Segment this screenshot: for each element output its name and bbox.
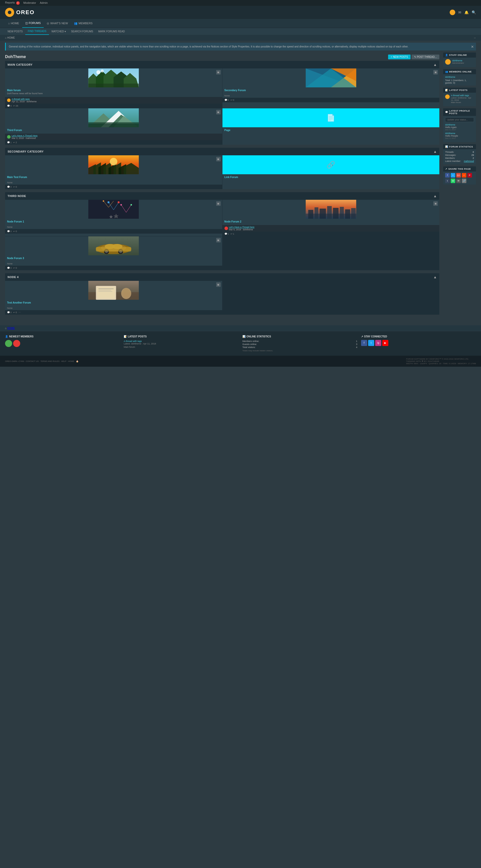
status-input[interactable] xyxy=(445,118,474,122)
extra-stat-ta: ⋯ xyxy=(19,311,21,314)
category-node4-toggle[interactable]: ▲ xyxy=(433,275,437,279)
svg-rect-31 xyxy=(88,200,139,219)
svg-point-38 xyxy=(103,200,104,202)
forum-card-info-page: Page xyxy=(222,127,440,133)
notice-close[interactable]: ✕ xyxy=(471,44,474,50)
nav-home[interactable]: ⌂ HOME xyxy=(5,19,22,27)
forum-latest-text-third: Let's Have A Thread Here Mar 3, 2018 · m… xyxy=(11,134,38,140)
reddit-share[interactable]: r xyxy=(462,173,467,178)
whatsapp-share[interactable]: W xyxy=(451,179,455,183)
members-online-content: dohtheme Total: 1 (members: 1, guests: 0… xyxy=(443,74,476,86)
forum-image-forest xyxy=(5,68,222,87)
breadcrumb-home[interactable]: HOME xyxy=(7,36,15,39)
category-node4-header[interactable]: NODE 4 ▲ xyxy=(5,273,439,281)
category-third-node-header[interactable]: THIRD NODE ▲ xyxy=(5,192,439,200)
profile-post-user-2[interactable]: dohtheme xyxy=(445,132,474,134)
subnav-watched[interactable]: WATCHED ▾ xyxy=(49,28,68,35)
forum-card-main-forum: ▣ Main forum xyxy=(5,68,222,108)
post-thread-button[interactable]: ✎ POST THREAD... xyxy=(412,55,439,59)
latest-thread-link-third[interactable]: Let's Have A Thread Here xyxy=(11,134,38,137)
forum-name-node3[interactable]: Node Forum 3 xyxy=(7,257,220,259)
forum-name-node2[interactable]: Node Forum 2 xyxy=(224,220,438,223)
profile-post-user-1[interactable]: dohtheme xyxy=(445,124,474,126)
member-icon: 👤 xyxy=(5,335,8,338)
footer-ig[interactable]: ig xyxy=(375,340,381,346)
footer-home-link[interactable]: HOME xyxy=(7,327,15,330)
subnav-mark-read[interactable]: MARK FORUMS READ xyxy=(96,28,128,35)
latest-member-link[interactable]: mahmoud xyxy=(464,160,474,162)
latest-post-title[interactable]: A thread with tags xyxy=(451,94,474,97)
forum-avatar-main xyxy=(7,98,10,102)
logo[interactable]: OREO xyxy=(5,8,35,17)
replies-stat-n3: ↩ 0 xyxy=(13,267,17,269)
forum-latest-text-node2: Let's Have a Thread here Mar 6, 2018 · d… xyxy=(229,226,255,231)
search-icon[interactable]: 🔍 xyxy=(472,10,476,14)
link-share[interactable]: 🔗 xyxy=(462,179,467,183)
tumblr-share[interactable]: t xyxy=(445,179,450,183)
subnav-new-posts[interactable]: NEW POSTS xyxy=(5,28,25,35)
notifications-icon[interactable]: ✉ xyxy=(458,10,461,14)
footer-contact[interactable]: CONTACT US xyxy=(26,360,39,363)
nav-forums[interactable]: ◫ FORUMS xyxy=(22,19,44,28)
forum-name-secondary[interactable]: Secondary Forum xyxy=(224,89,438,92)
members-online-stat: Members online: 1 xyxy=(243,340,357,342)
pinterest-share[interactable]: P xyxy=(468,173,472,178)
subnav-search-forums[interactable]: SEARCH FORUMS xyxy=(68,28,96,35)
admin-link[interactable]: Admin xyxy=(40,1,48,4)
nav-members[interactable]: 👥 MEMBERS xyxy=(71,19,96,28)
footer-fb[interactable]: f xyxy=(361,340,367,346)
forum-name-third[interactable]: Third Forum xyxy=(7,129,220,131)
facebook-share[interactable]: f xyxy=(445,173,450,178)
forum-name-page[interactable]: Page xyxy=(224,129,438,131)
latest-posts-title: 📝 LATEST POSTS xyxy=(443,88,476,93)
category-secondary-toggle[interactable]: ▲ xyxy=(433,150,437,154)
reports-link[interactable]: Reports 0 xyxy=(5,1,20,5)
forum-new-icon-2: ▣ xyxy=(433,70,438,74)
email-share[interactable]: ✉ xyxy=(456,179,461,183)
staff-role: Administrator xyxy=(452,62,464,64)
footer-tw[interactable]: t xyxy=(368,340,374,346)
twitter-share[interactable]: t xyxy=(451,173,455,178)
latest-thread-link-node2[interactable]: Let's Have a Thread here xyxy=(229,226,255,228)
sidebar: 👤 STAFF ONLINE dohtheme Administrator 👥 … xyxy=(443,53,476,318)
forum-new-icon-6: ▣ xyxy=(216,201,221,206)
category-third-node-toggle[interactable]: ▲ xyxy=(433,194,437,198)
svg-point-8 xyxy=(101,69,104,72)
footer-home[interactable]: HOME xyxy=(68,360,74,363)
category-main-header[interactable]: MAIN CATEGORY ▲ xyxy=(5,61,439,68)
forum-name-main[interactable]: Main forum xyxy=(7,89,220,92)
top-bar: Reports 0 Moderator Admin xyxy=(0,0,481,6)
category-main-toggle[interactable]: ▲ xyxy=(433,63,437,67)
online-member-name[interactable]: dohtheme xyxy=(445,76,474,78)
threads-val: 8 xyxy=(473,151,474,153)
footer-terms[interactable]: TERMS AND RULES xyxy=(40,360,60,363)
logo-icon xyxy=(5,8,14,17)
new-icon: ◎ xyxy=(47,22,49,25)
forum-name-node1[interactable]: Node Forum 1 xyxy=(7,220,220,223)
staff-username[interactable]: dohtheme xyxy=(452,59,464,62)
forum-name-test-another[interactable]: Test Another Forum xyxy=(7,301,220,304)
replies-stat-3: ↩ 2 xyxy=(13,141,17,144)
forum-stats-main: 💬 6 ↩ 26 xyxy=(5,103,222,108)
footer-post-title[interactable]: A thread with tags xyxy=(124,340,238,342)
subnav-find-threads[interactable]: FIND THREADS xyxy=(25,28,49,35)
footer-yt[interactable]: ▶ xyxy=(382,340,388,346)
footer-help[interactable]: HELP xyxy=(61,360,66,363)
forum-name-main-test[interactable]: Main Test Forum xyxy=(7,176,220,179)
category-secondary-header[interactable]: SECONDARY CATEGORY ▲ xyxy=(5,148,439,155)
forum-name-link[interactable]: Link Forum xyxy=(224,176,438,179)
nav-whats-new[interactable]: ◎ WHAT'S NEW xyxy=(44,19,71,28)
bottom-footer: OREO-DARK--CYAN · CONTACT US · TERMS AND… xyxy=(0,355,481,367)
forum-stats-secondary: 💬 0 ↩ 0 xyxy=(222,98,440,102)
stats-icon: 📊 xyxy=(445,146,448,148)
footer-oreo[interactable]: OREO-DARK--CYAN xyxy=(5,360,24,363)
alerts-icon[interactable]: 🔔 xyxy=(464,10,469,14)
footer-social-icons: f t ig ▶ xyxy=(361,340,476,346)
new-posts-button[interactable]: + NEW POSTS xyxy=(388,55,411,59)
googleplus-share[interactable]: G+ xyxy=(456,173,461,178)
latest-thread-link-main[interactable]: A thread with tags xyxy=(11,98,30,100)
replies-stat-2: ↩ 0 xyxy=(230,99,234,101)
forum-image-page: 📄 xyxy=(222,108,440,127)
moderator-link[interactable]: Moderator xyxy=(24,1,36,4)
category-secondary-title: SECONDARY CATEGORY xyxy=(7,150,44,153)
